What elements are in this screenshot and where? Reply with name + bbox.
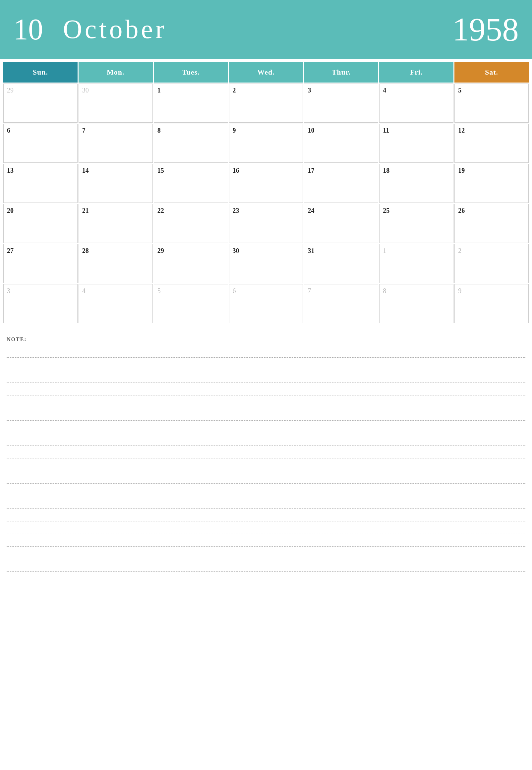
calendar-cell[interactable]: 31 xyxy=(304,244,378,283)
calendar-cell[interactable]: 10 xyxy=(304,124,378,163)
cell-number: 5 xyxy=(157,287,161,294)
calendar-cell[interactable]: 24 xyxy=(304,204,378,243)
note-line xyxy=(7,345,525,358)
calendar-cell[interactable]: 8 xyxy=(154,124,228,163)
calendar-cell[interactable]: 7 xyxy=(79,124,153,163)
calendar-cell[interactable]: 4 xyxy=(79,284,153,323)
calendar-cell[interactable]: 28 xyxy=(79,244,153,283)
cell-number: 29 xyxy=(157,247,164,254)
cell-number: 9 xyxy=(233,127,236,134)
calendar-cell[interactable]: 5 xyxy=(454,84,529,123)
cell-number: 4 xyxy=(383,87,386,94)
year: 1958 xyxy=(452,10,519,48)
calendar-cell[interactable]: 30 xyxy=(79,84,153,123)
cell-number: 7 xyxy=(82,127,86,134)
calendar-cell[interactable]: 3 xyxy=(304,84,378,123)
calendar-cell[interactable]: 2 xyxy=(454,244,529,283)
day-header-thu: Thur. xyxy=(304,62,378,83)
cell-number: 14 xyxy=(82,167,89,174)
calendar-cell[interactable]: 23 xyxy=(229,204,303,243)
cell-number: 28 xyxy=(82,247,89,254)
calendar-cell[interactable]: 3 xyxy=(3,284,78,323)
cell-number: 24 xyxy=(308,207,314,214)
cell-number: 30 xyxy=(233,247,239,254)
calendar-cell[interactable]: 20 xyxy=(3,204,78,243)
calendar-cell[interactable]: 13 xyxy=(3,164,78,203)
calendar-cell[interactable]: 25 xyxy=(379,204,453,243)
calendar-cell[interactable]: 22 xyxy=(154,204,228,243)
cell-number: 2 xyxy=(233,87,236,94)
calendar-cell[interactable]: 4 xyxy=(379,84,453,123)
note-line xyxy=(7,509,525,521)
calendar-cell[interactable]: 9 xyxy=(229,124,303,163)
note-line xyxy=(7,559,525,572)
calendar-cell[interactable]: 30 xyxy=(229,244,303,283)
cell-number: 11 xyxy=(383,127,389,134)
calendar-cell[interactable]: 29 xyxy=(154,244,228,283)
calendar-cell[interactable]: 6 xyxy=(3,124,78,163)
day-header-sat: Sat. xyxy=(454,62,529,83)
cell-number: 3 xyxy=(308,87,311,94)
month-number: 10 xyxy=(13,12,43,46)
calendar-cell[interactable]: 19 xyxy=(454,164,529,203)
cell-number: 26 xyxy=(458,207,465,214)
note-line xyxy=(7,484,525,496)
month-name: October xyxy=(63,14,452,44)
note-line xyxy=(7,421,525,433)
calendar-cell[interactable]: 2 xyxy=(229,84,303,123)
cell-number: 1 xyxy=(383,247,386,254)
day-header-fri: Fri. xyxy=(379,62,453,83)
cell-number: 23 xyxy=(233,207,239,214)
cell-number: 3 xyxy=(7,287,10,294)
note-line xyxy=(7,370,525,383)
note-label: NOTE: xyxy=(7,336,525,342)
note-lines xyxy=(7,345,525,572)
days-header: Sun. Mon. Tues. Wed. Thur. Fri. Sat. xyxy=(3,62,529,83)
cell-number: 8 xyxy=(157,127,161,134)
cell-number: 5 xyxy=(458,87,461,94)
calendar-cell[interactable]: 6 xyxy=(229,284,303,323)
cell-number: 19 xyxy=(458,167,465,174)
cell-number: 13 xyxy=(7,167,14,174)
cell-number: 15 xyxy=(157,167,164,174)
note-line xyxy=(7,471,525,484)
calendar-grid: 2930123456789101112131415161718192021222… xyxy=(3,84,529,323)
cell-number: 10 xyxy=(308,127,314,134)
calendar-cell[interactable]: 12 xyxy=(454,124,529,163)
cell-number: 18 xyxy=(383,167,389,174)
calendar-cell[interactable]: 27 xyxy=(3,244,78,283)
note-line xyxy=(7,458,525,471)
cell-number: 1 xyxy=(157,87,161,94)
cell-number: 30 xyxy=(82,87,89,94)
cell-number: 7 xyxy=(308,287,311,294)
calendar-cell[interactable]: 21 xyxy=(79,204,153,243)
calendar-cell[interactable]: 11 xyxy=(379,124,453,163)
note-line xyxy=(7,358,525,370)
day-header-tue: Tues. xyxy=(154,62,228,83)
note-section: NOTE: xyxy=(0,330,532,578)
calendar-cell[interactable]: 26 xyxy=(454,204,529,243)
cell-number: 22 xyxy=(157,207,164,214)
calendar-cell[interactable]: 9 xyxy=(454,284,529,323)
calendar-cell[interactable]: 5 xyxy=(154,284,228,323)
calendar-cell[interactable]: 1 xyxy=(154,84,228,123)
calendar-cell[interactable]: 7 xyxy=(304,284,378,323)
cell-number: 29 xyxy=(7,87,14,94)
note-line xyxy=(7,521,525,534)
day-header-wed: Wed. xyxy=(229,62,303,83)
note-line xyxy=(7,383,525,395)
calendar-cell[interactable]: 14 xyxy=(79,164,153,203)
calendar-cell[interactable]: 29 xyxy=(3,84,78,123)
cell-number: 27 xyxy=(7,247,14,254)
calendar-cell[interactable]: 1 xyxy=(379,244,453,283)
calendar-cell[interactable]: 15 xyxy=(154,164,228,203)
calendar-cell[interactable]: 16 xyxy=(229,164,303,203)
calendar-cell[interactable]: 17 xyxy=(304,164,378,203)
cell-number: 17 xyxy=(308,167,314,174)
calendar-cell[interactable]: 18 xyxy=(379,164,453,203)
note-line xyxy=(7,433,525,446)
calendar-cell[interactable]: 8 xyxy=(379,284,453,323)
cell-number: 9 xyxy=(458,287,461,294)
cell-number: 25 xyxy=(383,207,389,214)
cell-number: 6 xyxy=(7,127,10,134)
